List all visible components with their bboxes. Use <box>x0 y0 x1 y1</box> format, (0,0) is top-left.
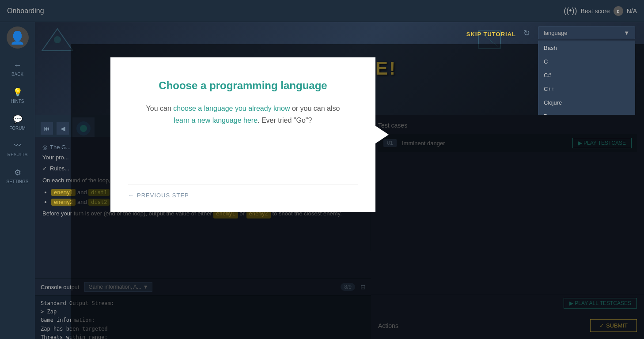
modal-body-link1: choose a language you already know <box>173 105 290 112</box>
forum-icon: 💬 <box>13 114 23 124</box>
tutorial-modal: Choose a programming language You can ch… <box>110 57 375 212</box>
prev-button[interactable]: ◀ <box>57 122 69 135</box>
language-select-button[interactable]: language ▼ <box>538 26 635 39</box>
prev-step-label: PREVIOUS STEP <box>137 192 189 199</box>
results-icon: 〰 <box>14 141 22 151</box>
arrow-left-icon: ← <box>128 192 134 199</box>
language-option-cpp[interactable]: C++ <box>538 82 635 96</box>
language-option-d[interactable]: D <box>538 109 635 115</box>
skip-tutorial-button[interactable]: SKIP TUTORIAL <box>466 31 516 38</box>
forum-label: FORUM <box>9 126 26 131</box>
rewind-button[interactable]: ⏮ <box>41 122 53 135</box>
sidebar-item-hints[interactable]: 💡 HINTS <box>0 82 35 109</box>
check-icon: ✓ <box>42 165 47 172</box>
target-icon: ◎ <box>42 144 47 151</box>
sidebar-item-back[interactable]: ← BACK <box>0 56 35 82</box>
modal-footer: ← PREVIOUS STEP <box>128 185 358 199</box>
game-section-title: The G... <box>50 144 71 151</box>
sidebar-item-settings[interactable]: ⚙ SETTINGS <box>0 162 35 189</box>
settings-label: SETTINGS <box>6 179 28 184</box>
avatar: 👤 <box>7 26 29 49</box>
modal-body-link2: learn a new language here <box>174 117 258 124</box>
score-badge: d <box>614 6 623 16</box>
sidebar: 👤 ← BACK 💡 HINTS 💬 FORUM 〰 RESULTS ⚙ SET… <box>0 22 35 339</box>
modal-body-pre: You can <box>146 105 174 112</box>
header: Onboarding ((•)) Best score d N/A <box>0 0 644 22</box>
hints-label: HINTS <box>11 99 24 104</box>
results-label: RESULTS <box>8 152 27 157</box>
back-icon: ← <box>14 61 22 70</box>
language-option-clojure[interactable]: Clojure <box>538 96 635 109</box>
svg-point-1 <box>54 36 61 43</box>
hints-icon: 💡 <box>13 87 23 97</box>
settings-icon: ⚙ <box>14 168 21 177</box>
previous-step-button[interactable]: ← PREVIOUS STEP <box>128 192 189 199</box>
header-score-area: ((•)) Best score d N/A <box>564 6 637 16</box>
refresh-button[interactable]: ↻ <box>520 26 534 40</box>
banner-decoration-left <box>40 26 75 55</box>
main-area: YOU LOSE! SKIP TUTORIAL language ▼ Bash … <box>35 22 644 339</box>
language-option-bash[interactable]: Bash <box>538 41 635 55</box>
best-score-label: Best score <box>581 8 610 15</box>
sidebar-item-forum[interactable]: 💬 FORUM <box>0 109 35 136</box>
language-option-csharp[interactable]: C# <box>538 68 635 82</box>
sidebar-item-results[interactable]: 〰 RESULTS <box>0 136 35 162</box>
language-dropdown-container: language ▼ Bash C C# C++ Clojure D Dart … <box>538 26 635 39</box>
modal-body: You can choose a language you already kn… <box>128 102 358 171</box>
modal-body-post: . Ever tried "Go"? <box>258 117 312 124</box>
back-label: BACK <box>11 72 23 77</box>
chevron-down-icon: ▼ <box>624 30 629 36</box>
score-value: N/A <box>627 8 637 15</box>
signal-icon: ((•)) <box>564 6 577 15</box>
modal-arrow <box>375 126 389 143</box>
user-icon: 👤 <box>10 30 25 45</box>
language-option-c[interactable]: C <box>538 55 635 68</box>
language-selected-label: language <box>544 30 568 36</box>
language-dropdown-list: Bash C C# C++ Clojure D Dart F# Go <box>538 41 635 115</box>
modal-title: Choose a programming language <box>128 79 358 92</box>
header-title: Onboarding <box>7 7 564 15</box>
modal-body-mid: or you can also <box>290 105 340 112</box>
